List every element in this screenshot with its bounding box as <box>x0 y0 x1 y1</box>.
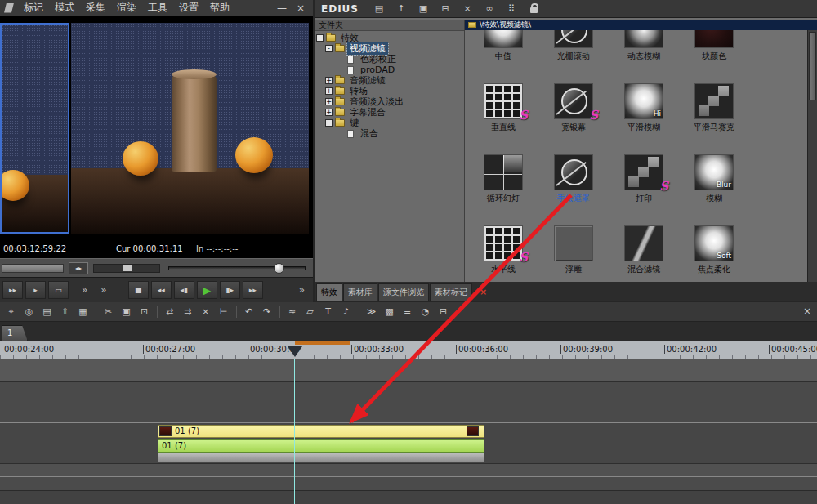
clock-icon[interactable]: ◔ <box>417 305 434 319</box>
expand-icon[interactable]: + <box>325 98 333 105</box>
timeline-track[interactable] <box>0 476 817 490</box>
minimize-icon[interactable]: — <box>277 2 287 14</box>
rewind-button[interactable]: ◂◂ <box>151 281 172 299</box>
effect-item-hand-drawn-mask[interactable]: 手绘遮罩 <box>538 151 609 222</box>
recorder-pane[interactable] <box>71 23 309 234</box>
position-thumb[interactable] <box>274 263 284 274</box>
timeline-track[interactable] <box>0 359 817 381</box>
sequence-tab[interactable]: 1 <box>2 325 28 341</box>
timeline-track[interactable] <box>0 381 817 422</box>
tree-item-audio-filters[interactable]: + 音频滤镜 <box>315 75 464 86</box>
expand-icon[interactable]: + <box>325 77 333 84</box>
collapse-icon[interactable]: - <box>316 34 324 42</box>
player-pane[interactable] <box>0 23 69 234</box>
previous-frame-button[interactable]: ◂▮ <box>174 281 194 299</box>
timeline-track[interactable] <box>0 490 817 504</box>
effect-item-vertical-lines[interactable]: S 垂直线 <box>468 80 538 151</box>
effect-item-horizontal-lines[interactable]: S 水平线 <box>468 222 538 282</box>
close-icon[interactable]: × <box>297 2 305 14</box>
effect-item-blur[interactable]: Blur 模糊 <box>679 151 749 222</box>
effect-item-loop-slide[interactable]: 循环幻灯 <box>468 151 538 222</box>
scrollbar[interactable] <box>807 30 817 282</box>
list-icon[interactable]: ⊟ <box>435 305 452 319</box>
audio-clip[interactable] <box>158 453 484 462</box>
effect-item-raster-scroll[interactable]: 光栅滚动 <box>538 30 609 80</box>
select-tool-icon[interactable]: ⌖ <box>2 305 20 319</box>
link-icon[interactable]: ∞ <box>480 2 498 16</box>
effect-item-smooth-mosaic[interactable]: 平滑马赛克 <box>679 80 749 151</box>
playhead-marker[interactable] <box>288 346 302 357</box>
more-controls-icon[interactable]: » <box>100 284 106 296</box>
menu-mode[interactable]: 模式 <box>49 0 80 16</box>
expand-icon[interactable]: + <box>325 87 333 95</box>
menu-render[interactable]: 渲染 <box>111 0 142 16</box>
effect-item-soft-focus[interactable]: Soft 焦点柔化 <box>679 222 749 282</box>
effect-item-block-color[interactable]: 块颜色 <box>679 30 749 80</box>
export-icon[interactable]: ⇧ <box>56 305 74 319</box>
snap-icon[interactable]: ◎ <box>20 305 38 319</box>
trim-icon[interactable]: ⊢ <box>215 305 232 319</box>
menu-help[interactable]: 帮助 <box>204 0 235 16</box>
split-view-icon[interactable]: ⊟ <box>436 2 454 16</box>
timeline-track[interactable] <box>0 463 817 476</box>
timeline-tracks[interactable]: 01 (7) 01 (7) <box>0 359 817 504</box>
menu-capture[interactable]: 采集 <box>80 0 111 16</box>
mixer-icon[interactable]: ≡ <box>399 305 416 319</box>
delete-icon[interactable]: × <box>197 305 214 319</box>
save-icon[interactable]: ▦ <box>74 305 92 319</box>
tab-clip-marker[interactable]: 素材标记 <box>430 283 472 301</box>
up-level-icon[interactable]: ↑ <box>392 2 410 16</box>
tree-item-color-correction[interactable]: 色彩校正 <box>315 54 464 65</box>
grid-view-icon[interactable]: ⠿ <box>502 2 520 16</box>
transition-icon[interactable]: ▱ <box>301 305 319 319</box>
tab-effects[interactable]: 特效 <box>316 283 342 301</box>
menu-mark[interactable]: 标记 <box>18 0 49 16</box>
effect-item-widescreen[interactable]: S 宽银幕 <box>538 80 609 151</box>
ripple-icon[interactable]: ⇄ <box>161 305 178 319</box>
menu-tools[interactable]: 工具 <box>142 0 173 16</box>
sync-icon[interactable]: ≫ <box>363 305 380 319</box>
tab-bin[interactable]: 素材库 <box>343 283 377 301</box>
tree-item-effects[interactable]: - 特效 <box>315 33 464 43</box>
tree-item-keyers[interactable]: - 键 <box>315 118 464 128</box>
stop-button[interactable]: ■ <box>128 281 149 299</box>
folder-icon[interactable]: ▤ <box>370 2 388 16</box>
effect-item-print[interactable]: S 打印 <box>609 151 679 222</box>
new-clip-icon[interactable]: ▤ <box>38 305 56 319</box>
next-frame-button[interactable]: ▮▸ <box>220 281 240 299</box>
copy-icon[interactable]: ▣ <box>118 305 135 319</box>
play-button[interactable]: ▶ <box>197 281 217 299</box>
title-icon[interactable]: T <box>319 305 337 319</box>
voiceover-icon[interactable]: ♪ <box>337 305 355 319</box>
paste-icon[interactable]: ⊡ <box>136 305 153 319</box>
play-alt-button[interactable]: ▸ <box>25 281 46 299</box>
close-icon[interactable]: × <box>458 2 476 16</box>
redo-icon[interactable]: ↷ <box>258 305 275 319</box>
effect-item-combine-filters[interactable]: 混合滤镜 <box>609 222 679 282</box>
more-controls-icon[interactable]: » <box>82 284 87 296</box>
undo-icon[interactable]: ↶ <box>240 305 257 319</box>
pattern-icon[interactable]: ▩ <box>381 305 398 319</box>
shuttle-slider[interactable] <box>93 264 160 273</box>
tree-item-blend[interactable]: 混合 <box>315 128 464 139</box>
layout-icon[interactable]: ▣ <box>414 2 432 16</box>
video-clip-mixer[interactable]: 01 (7) <box>158 439 484 453</box>
timeline-ruler[interactable]: 00:00:24:00 00:00:27:00 00:00:30:00 00:0… <box>0 341 817 359</box>
effect-item-emboss[interactable]: 浮雕 <box>538 222 609 282</box>
tree-item-prodad[interactable]: proDAD <box>315 65 464 75</box>
cut-icon[interactable]: ✂ <box>100 305 117 319</box>
expand-icon[interactable]: + <box>325 109 333 116</box>
fast-forward-button[interactable]: ▸▸ <box>243 281 263 299</box>
monitor-button[interactable]: ▭ <box>48 281 69 299</box>
tab-source-browser[interactable]: 源文件浏览 <box>378 283 429 301</box>
jog-toggle-button[interactable]: ◂▸ <box>69 262 88 274</box>
position-slider[interactable] <box>168 266 306 270</box>
effect-item-median[interactable]: 中值 <box>468 30 538 80</box>
effect-item-motion-blur[interactable]: 动态模糊 <box>609 30 679 80</box>
collapse-icon[interactable]: - <box>325 119 333 127</box>
menu-settings[interactable]: 设置 <box>173 0 204 16</box>
collapse-icon[interactable]: - <box>325 45 333 52</box>
tree-item-title-mixer[interactable]: + 字幕混合 <box>315 107 464 118</box>
effect-item-smooth-blur[interactable]: Hi 平滑模糊 <box>609 80 679 151</box>
fast-forward-button[interactable]: ▸▸ <box>2 281 23 299</box>
